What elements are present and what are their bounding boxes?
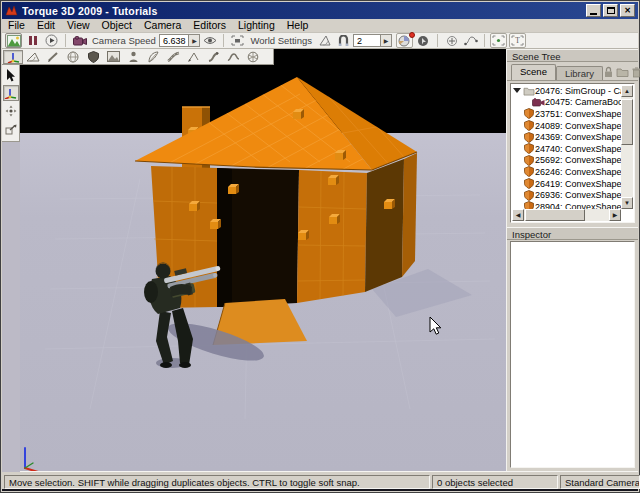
- move-tool[interactable]: [3, 85, 19, 101]
- visibility-eye-icon[interactable]: [201, 33, 218, 48]
- snap-size-value: 2: [354, 35, 380, 46]
- camera-icon[interactable]: [71, 33, 88, 48]
- status-bar: Move selection. SHIFT while dragging dup…: [2, 471, 638, 491]
- close-button[interactable]: ✕: [620, 4, 635, 17]
- convexshape-shield-icon: [524, 201, 534, 209]
- add-object-icon[interactable]: [443, 33, 460, 48]
- scroll-thumb[interactable]: [621, 99, 633, 145]
- convexshape-shield-icon: [524, 108, 534, 119]
- tree-vertical-scrollbar[interactable]: ▲ ▼: [621, 85, 633, 209]
- lock-icon[interactable]: [603, 66, 614, 78]
- tree-row[interactable]: 26419: ConvexShape: [512, 178, 621, 190]
- particle-editor-tool[interactable]: [143, 50, 163, 64]
- window-bottom-edge: [2, 489, 638, 491]
- realtime-toggle-button[interactable]: [396, 33, 413, 48]
- rotate-tool[interactable]: [3, 103, 19, 119]
- chevron-right-icon[interactable]: ▶: [380, 35, 391, 46]
- expander-icon[interactable]: [513, 88, 521, 93]
- menu-object[interactable]: Object: [96, 19, 138, 32]
- menu-view[interactable]: View: [61, 19, 96, 32]
- scene-tree-header: Scene Tree: [507, 49, 638, 62]
- scroll-right-icon[interactable]: ▶: [609, 209, 621, 221]
- camera-speed-value: 6.638: [160, 35, 189, 46]
- game-object-tool[interactable]: [123, 50, 143, 64]
- menu-editors[interactable]: Editors: [187, 19, 232, 32]
- tree-row[interactable]: 25692: ConvexShape: [512, 155, 621, 167]
- tree-row[interactable]: 26936: ConvexShape: [512, 189, 621, 201]
- convexshape-shield-icon: [524, 143, 534, 154]
- forest-editor-tool[interactable]: [243, 50, 263, 64]
- tab-library[interactable]: Library: [556, 66, 603, 80]
- convexshape-shield-icon: [524, 132, 534, 143]
- transform-tool-strip: [2, 65, 20, 472]
- road-path-tool[interactable]: [223, 50, 243, 64]
- select-arrow-tool[interactable]: [3, 67, 19, 83]
- object-editor-tool[interactable]: [3, 50, 23, 64]
- river-tool[interactable]: [203, 50, 223, 64]
- tree-row[interactable]: 24089: ConvexShape: [512, 120, 621, 132]
- tree-row[interactable]: 28904: ConvexShape: [512, 201, 621, 209]
- scroll-down-icon[interactable]: ▼: [621, 197, 633, 209]
- menu-lighting[interactable]: Lighting: [232, 19, 281, 32]
- menu-edit[interactable]: Edit: [31, 19, 61, 32]
- editor-toolbar: [2, 49, 274, 65]
- maximize-button[interactable]: [603, 4, 618, 17]
- snap-magnet-icon[interactable]: [335, 33, 352, 48]
- camera-bookmark-icon: [532, 98, 545, 107]
- chevron-right-icon[interactable]: ▶: [188, 35, 199, 46]
- tree-row[interactable]: 23751: ConvexShape: [512, 108, 621, 120]
- 3d-viewport[interactable]: [20, 49, 509, 473]
- menu-camera[interactable]: Camera: [138, 19, 187, 32]
- scene-view-button[interactable]: [5, 33, 22, 48]
- alert-badge: [409, 32, 415, 38]
- trash-icon[interactable]: [631, 66, 640, 78]
- inspector-panel[interactable]: [510, 241, 635, 468]
- material-editor-tool[interactable]: [63, 50, 83, 64]
- menu-help[interactable]: Help: [281, 19, 315, 32]
- render-frame-button[interactable]: [490, 33, 507, 48]
- scale-tool[interactable]: [3, 121, 19, 137]
- camera-speed-combo[interactable]: 6.638 ▶: [159, 34, 201, 47]
- terrain-painter-tool[interactable]: [43, 50, 63, 64]
- scroll-left-icon[interactable]: ◀: [512, 209, 524, 221]
- pause-layout-button[interactable]: [24, 33, 41, 48]
- text-frame-button[interactable]: T: [509, 33, 526, 48]
- menu-file[interactable]: File: [2, 19, 31, 32]
- menu-bar: File Edit View Object Camera Editors Lig…: [2, 19, 638, 32]
- terrain-editor-tool[interactable]: [23, 50, 43, 64]
- svg-text:T: T: [515, 36, 520, 45]
- tab-scene[interactable]: Scene: [511, 64, 556, 80]
- tree-row[interactable]: 20475: CameraBookmark: [512, 97, 621, 109]
- sketch-tool[interactable]: [83, 50, 103, 64]
- tree-row[interactable]: 24740: ConvexShape: [512, 143, 621, 155]
- play-button[interactable]: [43, 33, 60, 48]
- object-snap-icon[interactable]: [415, 33, 432, 48]
- tree-row[interactable]: 24369: ConvexShape: [512, 131, 621, 143]
- tree-row[interactable]: 20476: SimGroup - CameraE: [512, 85, 621, 97]
- frame-camera-icon[interactable]: [229, 33, 246, 48]
- status-message: Move selection. SHIFT while dragging dup…: [4, 475, 430, 489]
- tree-row[interactable]: 26246: ConvexShape: [512, 166, 621, 178]
- folder-icon[interactable]: [616, 66, 629, 78]
- scene-tree-list: 20476: SimGroup - CameraE 20475: CameraB…: [510, 83, 635, 223]
- tree-horizontal-scrollbar[interactable]: ◀ ▶: [512, 209, 621, 221]
- angle-snap-icon[interactable]: [316, 33, 333, 48]
- snap-size-combo[interactable]: 2 ▶: [353, 34, 392, 47]
- torque-logo-icon: [5, 5, 18, 17]
- convexshape-shield-icon: [524, 155, 534, 166]
- camera-speed-label: Camera Speed: [92, 35, 156, 46]
- scroll-thumb[interactable]: [525, 209, 585, 221]
- title-bar[interactable]: Torque 3D 2009 - Tutorials ✕: [2, 2, 638, 19]
- path-tool-icon[interactable]: [462, 33, 479, 48]
- scroll-up-icon[interactable]: ▲: [621, 85, 633, 97]
- convexshape-shield-icon: [524, 120, 534, 131]
- inspector-header: Inspector: [507, 227, 638, 240]
- right-panel: Scene Tree Scene Library 20476: SimGroup…: [506, 49, 638, 471]
- decal-road-tool[interactable]: [163, 50, 183, 64]
- convexshape-shield-icon: [524, 166, 534, 177]
- minimize-button[interactable]: [586, 4, 601, 17]
- toolbar-separator: [484, 34, 485, 47]
- toolbar-separator: [65, 34, 66, 47]
- mesh-road-tool[interactable]: [183, 50, 203, 64]
- datablock-editor-tool[interactable]: [103, 50, 123, 64]
